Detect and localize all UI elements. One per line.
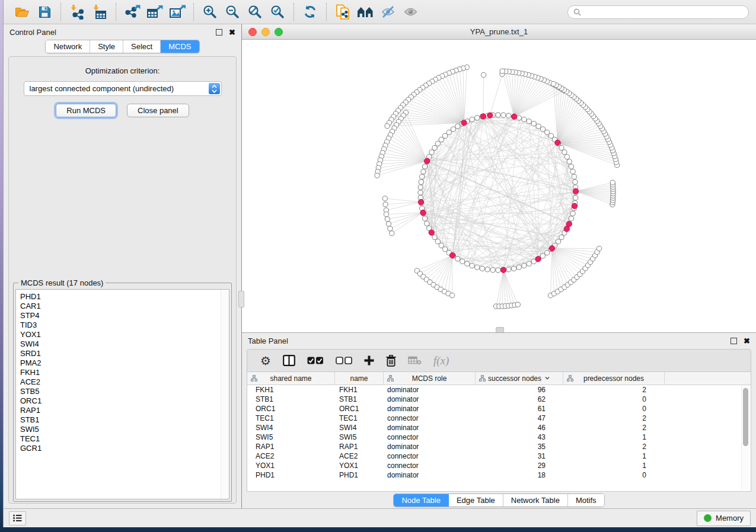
column-header-mcds-role[interactable]: MCDS role [384, 372, 476, 384]
zoom-out-icon[interactable] [223, 2, 242, 21]
network-canvas[interactable] [242, 40, 756, 332]
cell-predecessor-nodes[interactable]: 2 [561, 414, 662, 422]
tab-network[interactable]: Network [46, 40, 90, 53]
cell-predecessor-nodes[interactable]: 0 [561, 471, 662, 479]
cell-shared-name[interactable]: ORC1 [247, 405, 334, 413]
horizontal-splitter-grip[interactable] [496, 327, 504, 332]
first-neighbors-icon[interactable] [356, 2, 375, 21]
result-node-item[interactable]: ORC1 [20, 396, 229, 406]
zoom-selected-icon[interactable] [268, 2, 287, 21]
save-icon[interactable] [35, 2, 54, 21]
cell-predecessor-nodes[interactable]: 1 [561, 462, 662, 470]
cell-successor-nodes[interactable]: 29 [474, 462, 561, 470]
result-node-item[interactable]: SRD1 [20, 349, 229, 358]
tab-mcds[interactable]: MCDS [161, 40, 199, 53]
cell-mcds-role[interactable]: dominator [382, 405, 474, 413]
cell-mcds-role[interactable]: connector [382, 462, 474, 470]
export-image-icon[interactable] [168, 2, 187, 21]
cell-name[interactable]: ORC1 [334, 405, 382, 413]
vertical-splitter-grip[interactable] [238, 291, 244, 307]
close-traffic-light[interactable] [248, 28, 257, 36]
cell-successor-nodes[interactable]: 46 [474, 424, 561, 432]
result-node-item[interactable]: TEC1 [20, 434, 229, 444]
cell-name[interactable]: TEC1 [334, 414, 382, 422]
result-node-item[interactable]: ACE2 [20, 377, 229, 387]
close-panel-button[interactable]: ✖ [229, 28, 235, 36]
import-network-icon[interactable] [68, 2, 87, 21]
zoom-traffic-light[interactable] [275, 28, 283, 36]
column-header-name[interactable]: name [335, 372, 384, 384]
cell-mcds-role[interactable]: dominator [382, 424, 474, 432]
select-all-icon[interactable] [307, 357, 324, 364]
cell-successor-nodes[interactable]: 62 [474, 395, 561, 403]
result-node-item[interactable]: SWI5 [20, 425, 229, 434]
result-node-item[interactable]: STB1 [20, 415, 229, 425]
delete-column-icon[interactable] [386, 355, 396, 367]
optimization-criterion-dropdown[interactable]: largest connected component (undirected) [24, 81, 222, 96]
run-mcds-button[interactable]: Run MCDS [56, 104, 116, 117]
settings-gear-icon[interactable]: ⚙ [260, 355, 271, 367]
cell-mcds-role[interactable]: dominator [382, 395, 474, 403]
refresh-icon[interactable] [301, 2, 320, 21]
mcds-result-list[interactable]: PHD1CAR1STP4TID3YOX1SWI4SRD1PMA2FKH1ACE2… [15, 289, 229, 499]
cell-shared-name[interactable]: STB1 [247, 395, 334, 403]
result-list-scrollbar[interactable] [221, 290, 229, 499]
table-row[interactable]: YOX1YOX1connector291 [247, 461, 742, 470]
hide-selected-icon[interactable] [378, 2, 397, 21]
cell-mcds-role[interactable]: connector [382, 414, 474, 422]
export-table-icon[interactable] [145, 2, 164, 21]
cell-shared-name[interactable]: RAP1 [247, 443, 334, 451]
column-header-predecessor-nodes[interactable]: predecessor nodes [563, 372, 665, 384]
cell-predecessor-nodes[interactable]: 1 [561, 433, 662, 441]
cell-shared-name[interactable]: YOX1 [247, 462, 334, 470]
cell-name[interactable]: SWI4 [334, 424, 382, 432]
cell-successor-nodes[interactable]: 47 [474, 414, 561, 422]
table-row[interactable]: SWI5SWI5connector431 [247, 432, 742, 442]
column-header-successor-nodes[interactable]: successor nodes [476, 372, 563, 384]
tab-motifs[interactable]: Motifs [568, 494, 604, 507]
cell-name[interactable]: SWI5 [334, 433, 382, 441]
result-node-item[interactable]: SWI4 [20, 339, 229, 349]
task-history-button[interactable] [9, 511, 26, 525]
cell-mcds-role[interactable]: dominator [382, 471, 474, 479]
result-node-item[interactable]: PHD1 [20, 292, 229, 302]
cell-successor-nodes[interactable]: 18 [474, 471, 561, 479]
float-panel-button[interactable] [216, 29, 222, 36]
tab-node-table[interactable]: Node Table [394, 494, 449, 507]
zoom-in-icon[interactable] [200, 2, 219, 21]
clone-network-icon[interactable] [333, 2, 352, 21]
table-vertical-scrollbar[interactable] [741, 385, 749, 490]
table-row[interactable]: ORC1ORC1dominator610 [247, 404, 742, 414]
result-node-item[interactable]: YOX1 [20, 330, 229, 339]
cell-name[interactable]: YOX1 [334, 462, 382, 470]
tab-style[interactable]: Style [90, 40, 123, 53]
table-row[interactable]: RAP1RAP1dominator352 [247, 442, 742, 451]
cell-shared-name[interactable]: TEC1 [247, 414, 334, 422]
cell-mcds-role[interactable]: connector [382, 433, 474, 441]
cell-mcds-role[interactable]: dominator [382, 443, 474, 451]
result-node-item[interactable]: RAP1 [20, 406, 229, 415]
import-table-icon[interactable] [90, 2, 109, 21]
search-box[interactable] [567, 5, 749, 19]
cell-mcds-role[interactable]: connector [382, 452, 474, 460]
cell-shared-name[interactable]: SWI4 [247, 424, 334, 432]
cell-successor-nodes[interactable]: 43 [474, 433, 561, 441]
cell-mcds-role[interactable]: dominator [382, 386, 474, 394]
close-panel-button-2[interactable]: Close panel [127, 104, 189, 117]
memory-button[interactable]: Memory [697, 511, 751, 526]
open-folder-icon[interactable] [12, 2, 31, 21]
result-node-item[interactable]: GCR1 [20, 444, 229, 453]
zoom-fit-icon[interactable] [245, 2, 264, 21]
cell-name[interactable]: PHD1 [334, 471, 382, 479]
result-node-item[interactable]: STP4 [20, 311, 229, 321]
export-network-icon[interactable] [123, 2, 142, 21]
result-node-item[interactable]: STB5 [20, 387, 229, 396]
cell-predecessor-nodes[interactable]: 2 [561, 424, 662, 432]
cell-predecessor-nodes[interactable]: 0 [561, 395, 662, 403]
table-row[interactable]: SWI4SWI4dominator462 [247, 423, 742, 432]
table-row[interactable]: STB1STB1dominator620 [247, 395, 742, 404]
scrollbar-thumb[interactable] [743, 388, 748, 446]
column-header-shared-name[interactable]: shared name [247, 372, 335, 384]
table-row[interactable]: FKH1FKH1dominator962 [247, 385, 742, 395]
result-node-item[interactable]: PMA2 [20, 358, 229, 368]
